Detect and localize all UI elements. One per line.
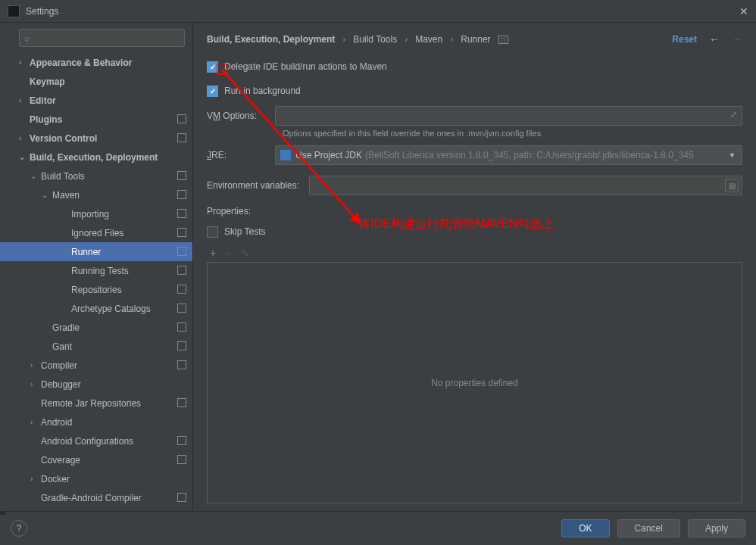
sidebar-item-appearance-behavior[interactable]: ›Appearance & Behavior bbox=[0, 53, 192, 72]
vm-options-label: VM Options: bbox=[207, 111, 275, 121]
forward-icon[interactable]: → bbox=[732, 33, 742, 45]
search-field[interactable] bbox=[33, 33, 180, 43]
sidebar-item-label: Android bbox=[41, 417, 72, 428]
skip-tests-checkbox[interactable] bbox=[207, 226, 218, 238]
sidebar-item-compiler[interactable]: ›Compiler bbox=[0, 356, 192, 375]
dialog-footer: ? OK Cancel Apply bbox=[0, 511, 756, 545]
chevron-icon: › bbox=[19, 134, 30, 142]
sidebar-item-keymap[interactable]: Keymap bbox=[0, 72, 192, 91]
env-browse-button[interactable]: ▤ bbox=[725, 179, 739, 192]
sidebar-item-docker[interactable]: ›Docker bbox=[0, 469, 192, 488]
chevron-icon: › bbox=[30, 361, 41, 369]
project-badge-icon bbox=[177, 341, 186, 350]
sidebar-item-label: Editor bbox=[30, 95, 56, 106]
chevron-down-icon: ▼ bbox=[729, 151, 736, 159]
sidebar-item-build-execution-deployment[interactable]: ⌄Build, Execution, Deployment bbox=[0, 148, 192, 167]
skip-tests-label: Skip Tests bbox=[224, 226, 265, 237]
properties-list[interactable]: No properties defined bbox=[207, 262, 742, 503]
settings-main: Build, Execution, Deployment › Build Too… bbox=[193, 23, 756, 511]
delegate-label: Delegate IDE build/run actions to Maven bbox=[224, 61, 387, 72]
cancel-button[interactable]: Cancel bbox=[617, 519, 680, 537]
background-checkbox[interactable] bbox=[207, 86, 218, 97]
project-badge-icon bbox=[177, 228, 186, 237]
breadcrumb: Build, Execution, Deployment › Build Too… bbox=[207, 33, 742, 45]
sidebar-item-label: Archetype Catalogs bbox=[71, 304, 151, 314]
ok-button[interactable]: OK bbox=[561, 519, 609, 537]
sidebar-item-remote-jar-repositories[interactable]: Remote Jar Repositories bbox=[0, 394, 192, 413]
project-badge-icon bbox=[177, 304, 186, 313]
edit-button[interactable]: ✎ bbox=[240, 247, 249, 259]
sidebar-item-android-configurations[interactable]: Android Configurations bbox=[0, 431, 192, 450]
close-icon[interactable]: ✕ bbox=[739, 5, 748, 17]
chevron-icon: ⌄ bbox=[42, 191, 52, 199]
breadcrumb-l2[interactable]: Maven bbox=[415, 34, 442, 45]
window-title: Settings bbox=[26, 6, 58, 17]
chevron-icon: ⌄ bbox=[30, 172, 41, 180]
sidebar-item-repositories[interactable]: Repositories bbox=[0, 280, 192, 299]
sidebar-item-coverage[interactable]: Coverage bbox=[0, 450, 192, 469]
chevron-right-icon: › bbox=[342, 34, 345, 45]
sidebar-item-running-tests[interactable]: Running Tests bbox=[0, 261, 192, 280]
sidebar-item-label: Plugins bbox=[30, 114, 62, 125]
sidebar-item-label: Build Tools bbox=[41, 171, 85, 182]
sidebar-item-label: Gradle-Android Compiler bbox=[41, 493, 142, 503]
sidebar-item-gant[interactable]: Gant bbox=[0, 337, 192, 356]
background-label: Run in background bbox=[224, 86, 301, 96]
sidebar-item-label: Maven bbox=[52, 190, 80, 201]
vm-options-input[interactable]: ⤢ bbox=[275, 106, 742, 126]
sidebar-item-plugins[interactable]: Plugins bbox=[0, 110, 192, 129]
project-badge-icon: ◻ bbox=[498, 36, 508, 44]
properties-label: Properties: bbox=[207, 206, 742, 216]
chevron-icon: › bbox=[19, 58, 30, 67]
add-button[interactable]: + bbox=[210, 247, 216, 259]
sidebar-item-runner[interactable]: Runner bbox=[0, 242, 192, 261]
sidebar-item-debugger[interactable]: ›Debugger bbox=[0, 375, 192, 394]
apply-button[interactable]: Apply bbox=[688, 519, 745, 537]
sidebar-item-label: Gradle bbox=[52, 322, 80, 333]
breadcrumb-l1[interactable]: Build Tools bbox=[353, 34, 397, 45]
sidebar-item-build-tools[interactable]: ⌄Build Tools bbox=[0, 167, 192, 185]
chevron-icon: › bbox=[30, 380, 41, 388]
sidebar-item-label: Remote Jar Repositories bbox=[41, 398, 141, 409]
remove-button[interactable]: − bbox=[225, 247, 231, 259]
project-badge-icon bbox=[177, 455, 186, 464]
search-input[interactable]: ⌕ bbox=[19, 29, 185, 47]
back-icon[interactable]: ← bbox=[709, 33, 720, 45]
properties-toolbar: + − ✎ bbox=[207, 247, 742, 259]
sidebar-item-maven[interactable]: ⌄Maven bbox=[0, 185, 192, 204]
sidebar-item-label: Appearance & Behavior bbox=[30, 58, 132, 68]
sidebar-item-archetype-catalogs[interactable]: Archetype Catalogs bbox=[0, 299, 192, 318]
breadcrumb-l3: Runner bbox=[461, 34, 490, 45]
sidebar-item-editor[interactable]: ›Editor bbox=[0, 91, 192, 110]
delegate-checkbox[interactable] bbox=[207, 61, 218, 73]
sidebar-item-gradle[interactable]: Gradle bbox=[0, 318, 192, 337]
chevron-icon: › bbox=[30, 475, 41, 483]
sidebar-item-label: Docker bbox=[41, 474, 70, 484]
settings-sidebar: ⌕ ›Appearance & BehaviorKeymap›EditorPlu… bbox=[0, 23, 193, 511]
project-badge-icon bbox=[177, 266, 186, 275]
help-button[interactable]: ? bbox=[11, 520, 27, 537]
breadcrumb-root[interactable]: Build, Execution, Deployment bbox=[207, 34, 335, 45]
project-badge-icon bbox=[177, 285, 186, 294]
sidebar-item-importing[interactable]: Importing bbox=[0, 204, 192, 223]
expand-icon[interactable]: ⤢ bbox=[730, 110, 737, 120]
reset-link[interactable]: Reset bbox=[672, 34, 697, 45]
jdk-icon bbox=[280, 150, 291, 160]
jre-select[interactable]: Use Project JDK (BellSoft Liberica versi… bbox=[275, 145, 742, 165]
project-badge-icon bbox=[177, 190, 186, 199]
project-badge-icon bbox=[177, 360, 186, 369]
project-badge-icon bbox=[177, 436, 186, 445]
env-variables-input[interactable]: ▤ bbox=[309, 176, 742, 195]
sidebar-item-android[interactable]: ›Android bbox=[0, 413, 192, 431]
sidebar-item-ignored-files[interactable]: Ignored Files bbox=[0, 223, 192, 242]
sidebar-item-label: Android Configurations bbox=[41, 436, 133, 447]
sidebar-item-gradle-android-compiler[interactable]: Gradle-Android Compiler bbox=[0, 488, 192, 507]
jre-label: JRE: bbox=[207, 150, 275, 160]
project-badge-icon bbox=[177, 209, 186, 218]
project-badge-icon bbox=[177, 247, 186, 256]
sidebar-item-version-control[interactable]: ›Version Control bbox=[0, 129, 192, 148]
chevron-icon: › bbox=[30, 418, 41, 426]
sidebar-item-label: Compiler bbox=[41, 360, 77, 371]
settings-tree: ›Appearance & BehaviorKeymap›EditorPlugi… bbox=[0, 53, 192, 511]
vm-options-hint: Options specified in this field override… bbox=[283, 129, 742, 138]
